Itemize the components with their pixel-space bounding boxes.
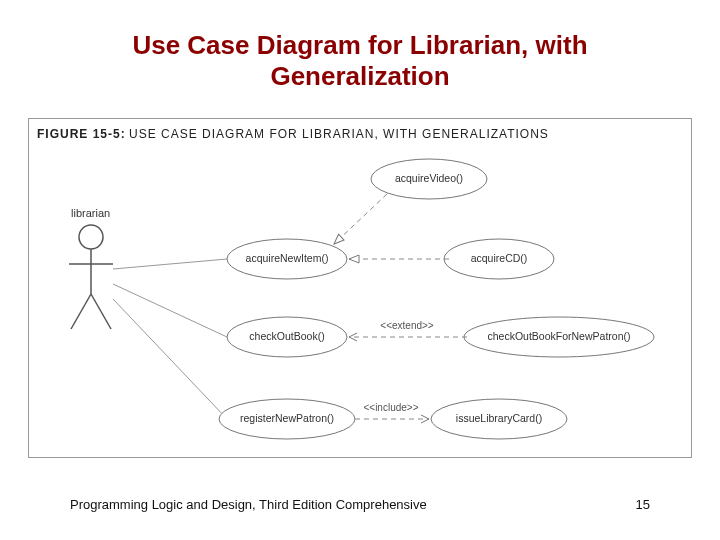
slide: Use Case Diagram for Librarian, with Gen… xyxy=(0,0,720,540)
svg-line-4 xyxy=(91,294,111,329)
extend-label: <<extend>> xyxy=(380,320,434,331)
page-number: 15 xyxy=(636,497,650,512)
footer-text: Programming Logic and Design, Third Edit… xyxy=(70,497,427,512)
svg-line-6 xyxy=(113,284,227,337)
usecase-register-new-patron-label: registerNewPatron() xyxy=(240,412,334,424)
generalization-video xyxy=(334,194,387,244)
usecase-acquire-cd-label: acquireCD() xyxy=(471,252,528,264)
usecase-check-out-book-label: checkOutBook() xyxy=(249,330,324,342)
title-line-1: Use Case Diagram for Librarian, with xyxy=(132,30,587,60)
usecase-check-out-book-new-patron-label: checkOutBookForNewPatron() xyxy=(488,330,631,342)
svg-point-0 xyxy=(79,225,103,249)
diagram-svg: acquireNewItem() acquireVideo() acquireC… xyxy=(29,119,693,459)
usecase-issue-library-card-label: issueLibraryCard() xyxy=(456,412,542,424)
usecase-acquire-new-item-label: acquireNewItem() xyxy=(246,252,329,264)
include-label: <<include>> xyxy=(363,402,418,413)
association-lines xyxy=(113,259,227,419)
usecase-acquire-video-label: acquireVideo() xyxy=(395,172,463,184)
svg-line-5 xyxy=(113,259,227,269)
title-line-2: Generalization xyxy=(270,61,449,91)
diagram-container: FIGURE 15-5: USE CASE DIAGRAM FOR LIBRAR… xyxy=(28,118,692,458)
actor-icon xyxy=(69,225,113,329)
svg-line-7 xyxy=(113,299,227,419)
svg-line-3 xyxy=(71,294,91,329)
slide-title: Use Case Diagram for Librarian, with Gen… xyxy=(0,0,720,92)
